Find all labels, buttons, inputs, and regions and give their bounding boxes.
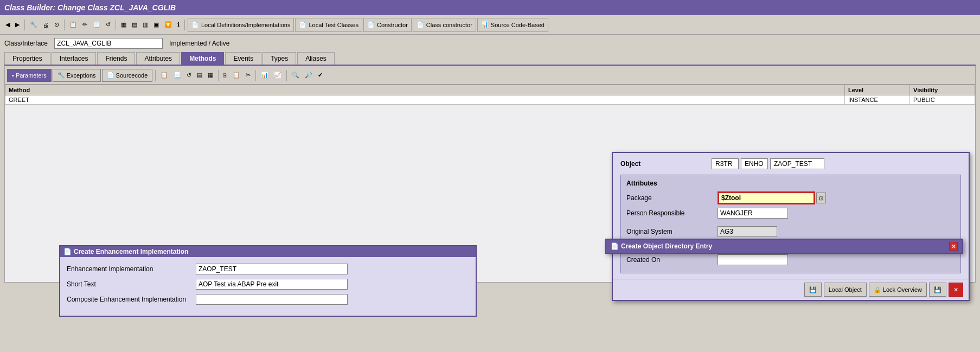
constructor-icon: 📄 — [367, 21, 375, 28]
title-text: Class Builder: Change Class ZCL_JAVA_CGL… — [4, 3, 176, 12]
object-val-0: R3TR — [712, 158, 739, 169]
tab-attributes[interactable]: Attributes — [136, 52, 180, 65]
local-test-icon: 📄 — [299, 21, 306, 28]
enhancement-label-1: Short Text — [67, 280, 191, 288]
tab-events[interactable]: Events — [225, 52, 261, 65]
toolbar-btn-6[interactable]: 📃 — [91, 18, 103, 32]
table-row[interactable]: GREET INSTANCE PUBLIC — [5, 95, 975, 105]
source-code-based-button[interactable]: 📊 Source Code-Based — [477, 18, 548, 32]
enhancement-input-2[interactable] — [196, 294, 348, 305]
object-dialog-title: Create Object Directory Entry — [621, 242, 712, 250]
enhancement-dialog-content: Enhancement Implementation Short Text Co… — [60, 257, 476, 316]
toolbar-btn-11[interactable]: ▣ — [151, 18, 161, 32]
method-icon-4[interactable]: ▤ — [195, 69, 204, 82]
enhancement-row-0: Enhancement Implementation — [67, 264, 469, 274]
class-status: Implemented / Active — [169, 40, 229, 47]
package-input[interactable] — [718, 191, 815, 204]
content-area: ▪ Parameters 🔧 Exceptions 📄 Sourcecode 📋… — [4, 66, 976, 283]
enhancement-row-2: Composite Enhancement Implementation — [67, 294, 469, 305]
class-interface-input[interactable] — [54, 38, 163, 49]
tab-friends[interactable]: Friends — [97, 52, 135, 65]
sourcecode-tab-btn[interactable]: 📄 Sourcecode — [102, 69, 153, 82]
original-system-row: Original System — [626, 226, 955, 237]
lock-icon: 🔒 — [874, 286, 881, 293]
object-dialog-title-bar: 📄 Create Object Directory Entry ✕ — [605, 239, 963, 254]
method-icon-1[interactable]: 📋 — [158, 69, 170, 82]
sep-method-2 — [218, 70, 219, 81]
person-responsible-input[interactable] — [718, 208, 788, 219]
footer-save-icon-2: 💾 — [934, 286, 941, 293]
object-dialog-close[interactable]: ✕ — [949, 242, 958, 251]
tab-properties[interactable]: Properties — [4, 52, 50, 65]
save-footer-btn[interactable]: 💾 — [804, 283, 822, 297]
toolbar-btn-9[interactable]: ▤ — [130, 18, 139, 32]
method-icon-6[interactable]: ⎘ — [221, 69, 229, 82]
object-field-label: Object — [620, 160, 707, 168]
separator-2 — [64, 20, 65, 30]
col-visibility: Visibility — [910, 85, 975, 95]
person-responsible-label: Person Responsible — [626, 209, 713, 217]
object-directory-dialog: 📄 Create Object Directory Entry ✕ Object… — [612, 152, 970, 301]
exceptions-tab-btn[interactable]: 🔧 Exceptions — [53, 69, 101, 82]
lock-overview-btn[interactable]: 🔒 Lock Overview — [869, 283, 927, 297]
method-toolbar: ▪ Parameters 🔧 Exceptions 📄 Sourcecode 📋… — [5, 66, 975, 85]
toolbar-btn-5[interactable]: ✏ — [80, 18, 89, 32]
method-icon-5[interactable]: ▦ — [206, 69, 215, 82]
toolbar-btn-12[interactable]: 🔽 — [162, 18, 174, 32]
method-icon-8[interactable]: ✂ — [244, 69, 253, 82]
package-lookup-btn[interactable]: ⊡ — [816, 193, 826, 203]
tab-methods[interactable]: Methods — [181, 52, 224, 65]
exceptions-icon: 🔧 — [57, 72, 65, 79]
footer-close-red-btn[interactable]: ✕ — [949, 283, 963, 297]
method-icon-2[interactable]: 📃 — [171, 69, 183, 82]
parameters-tab-btn[interactable]: ▪ Parameters — [7, 69, 52, 82]
forward-button[interactable]: ▶ — [13, 18, 22, 32]
person-responsible-row: Person Responsible — [626, 208, 955, 219]
toolbar-btn-8[interactable]: ▦ — [119, 18, 129, 32]
enhancement-input-0[interactable] — [196, 264, 348, 274]
info-button[interactable]: ℹ — [175, 18, 182, 32]
save-icon: 💾 — [809, 286, 817, 293]
source-code-icon: 📊 — [481, 21, 489, 28]
title-bar: Class Builder: Change Class ZCL_JAVA_CGL… — [0, 0, 980, 15]
toolbar-btn-2[interactable]: 🖨 — [41, 18, 51, 32]
toolbar-btn-7[interactable]: ↺ — [104, 18, 113, 32]
footer-save-btn-2[interactable]: 💾 — [929, 283, 946, 297]
class-constructor-icon: 📄 — [417, 21, 424, 28]
method-icon-10[interactable]: 📈 — [272, 69, 284, 82]
tabs-container: Properties Interfaces Friends Attributes… — [4, 52, 976, 66]
separator-3 — [116, 20, 116, 30]
method-name: GREET — [5, 95, 845, 105]
tab-types[interactable]: Types — [262, 52, 296, 65]
tab-interfaces[interactable]: Interfaces — [52, 52, 97, 65]
enhancement-dialog: 📄 Create Enhancement Implementation Enha… — [59, 245, 477, 317]
constructor-button[interactable]: 📄 Constructor — [363, 18, 412, 32]
object-dialog-icon: 📄 — [611, 242, 619, 250]
toolbar-btn-1[interactable]: 🔧 — [28, 18, 40, 32]
object-row: Object R3TR ENHO ZAOP_TEST — [620, 158, 961, 169]
method-icon-12[interactable]: 🔎 — [303, 69, 315, 82]
method-icon-9[interactable]: 📊 — [259, 69, 271, 82]
toolbar-btn-3[interactable]: ⊙ — [52, 18, 61, 32]
separator-1 — [24, 20, 25, 30]
footer-close-icon: ✕ — [953, 286, 958, 293]
main-area: Class/Interface Implemented / Active Pro… — [0, 35, 980, 286]
method-icon-3[interactable]: ↺ — [184, 69, 194, 82]
original-system-input — [718, 226, 777, 237]
enhancement-dialog-title: Create Enhancement Implementation — [74, 248, 188, 255]
enhancement-dialog-title-bar: 📄 Create Enhancement Implementation — [60, 246, 476, 257]
method-icon-11[interactable]: 🔍 — [290, 69, 302, 82]
local-test-classes-button[interactable]: 📄 Local Test Classes — [295, 18, 362, 32]
attributes-section: Attributes Package ⊡ Person Responsible — [620, 175, 961, 273]
class-constructor-button[interactable]: 📄 Class constructor — [413, 18, 476, 32]
back-button[interactable]: ◀ — [3, 18, 12, 32]
toolbar-btn-10[interactable]: ▥ — [140, 18, 150, 32]
toolbar-btn-4[interactable]: 📋 — [67, 18, 79, 32]
enhancement-input-1[interactable] — [196, 279, 348, 290]
local-definitions-button[interactable]: 📄 Local Definitions/Implementations — [188, 18, 294, 32]
method-icon-7[interactable]: 📋 — [230, 69, 242, 82]
tab-aliases[interactable]: Aliases — [297, 52, 335, 65]
method-icon-13[interactable]: ✔ — [316, 69, 325, 82]
local-object-btn[interactable]: Local Object — [824, 283, 867, 297]
created-on-input[interactable] — [718, 254, 788, 265]
